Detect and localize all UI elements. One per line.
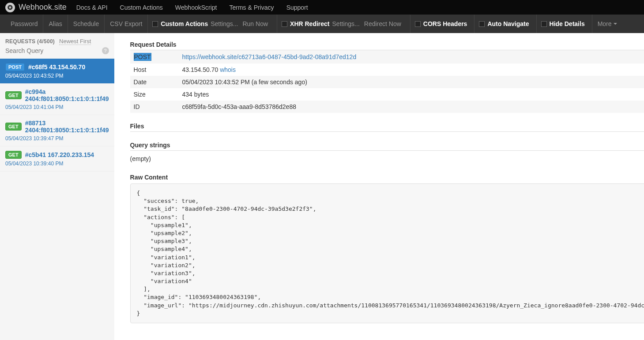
request-item[interactable]: GET#c5b41 167.220.233.15405/04/2023 10:3… <box>0 146 114 172</box>
query-strings-empty: (empty) <box>130 153 644 164</box>
raw-content-heading: Raw Content <box>130 174 644 181</box>
toolbar-item[interactable]: Alias <box>43 15 68 33</box>
sidebar: REQUESTS (4/500) Newest First ? POST#c68… <box>0 33 114 340</box>
toolbar-item[interactable]: CSV Export <box>105 15 148 33</box>
query-strings-heading: Query strings <box>130 142 644 149</box>
checkbox[interactable] <box>152 21 158 27</box>
toolbar-option[interactable]: Settings... <box>332 20 360 27</box>
toolbar-group-label[interactable]: CORS Headers <box>423 20 467 27</box>
search-input[interactable] <box>5 47 102 54</box>
requests-count: REQUESTS (4/500) <box>5 38 55 45</box>
whois-link[interactable]: whois <box>220 66 236 73</box>
toolbar-group-label[interactable]: Custom Actions <box>161 20 208 27</box>
toolbar-group: Hide Details <box>537 15 592 33</box>
toolbar-group: XHR RedirectSettings...Redirect Now <box>277 15 411 33</box>
checkbox[interactable] <box>479 21 485 27</box>
request-details-heading: Request Details <box>130 41 177 48</box>
method-badge: GET <box>5 123 22 131</box>
detail-table: POST https://webhook.site/c62713a6-0487-… <box>130 50 644 113</box>
brand-logo[interactable]: ✪ Webhook.site <box>5 3 67 12</box>
request-item[interactable]: GET#88713 2404:f801:8050:1:c1:0:1:1f4905… <box>0 115 114 146</box>
toolbar-group: Custom ActionsSettings...Run Now <box>148 15 277 33</box>
toolbar-group: Auto Navigate <box>475 15 536 33</box>
request-hash: #c68f5 43.154.50.70 <box>28 64 85 71</box>
help-icon[interactable]: ? <box>102 47 109 54</box>
logo-icon: ✪ <box>5 3 15 12</box>
sort-toggle[interactable]: Newest First <box>59 38 91 45</box>
nav-link[interactable]: WebhookScript <box>175 4 217 11</box>
request-timestamp: 05/04/2023 10:41:04 PM <box>5 104 109 110</box>
toolbar-item[interactable]: Schedule <box>68 15 105 33</box>
toolbar-option[interactable]: Run Now <box>242 20 268 27</box>
files-heading: Files <box>130 123 644 130</box>
method-badge: GET <box>5 91 22 99</box>
checkbox[interactable] <box>541 21 547 27</box>
request-item[interactable]: GET#c994a 2404:f801:8050:1:c1:0:1:1f4905… <box>0 84 114 115</box>
request-hash: #88713 2404:f801:8050:1:c1:0:1:1f49 <box>25 120 109 134</box>
nav-link[interactable]: Docs & API <box>76 4 108 11</box>
nav-link[interactable]: Custom Actions <box>120 4 163 11</box>
request-hash: #c994a 2404:f801:8050:1:c1:0:1:1f49 <box>25 88 109 102</box>
toolbar-option[interactable]: Settings... <box>211 20 238 27</box>
toolbar-option[interactable]: Redirect Now <box>364 20 401 27</box>
checkbox[interactable] <box>282 21 287 27</box>
toolbar-group-label[interactable]: Hide Details <box>550 20 585 27</box>
method-badge: GET <box>5 151 22 159</box>
main-content: Request Details Permalink Raw content Ex… <box>114 33 644 340</box>
toolbar-group: CORS Headers <box>411 15 475 33</box>
method-badge: POST <box>5 63 25 71</box>
toolbar-group-label[interactable]: Auto Navigate <box>487 20 529 27</box>
toolbar-group-label[interactable]: XHR Redirect <box>290 20 329 27</box>
more-dropdown[interactable]: More <box>592 20 622 27</box>
raw-content-body[interactable]: { "success": true, "task_id": "8aad0fe0-… <box>130 183 644 323</box>
navbar-sub: PasswordAliasScheduleCSV Export Custom A… <box>0 15 644 33</box>
navbar-top: ✪ Webhook.site Docs & APICustom ActionsW… <box>0 0 644 15</box>
request-timestamp: 05/04/2023 10:43:52 PM <box>5 73 109 79</box>
toolbar-item[interactable]: Password <box>5 15 43 33</box>
chevron-down-icon <box>614 23 617 25</box>
nav-link[interactable]: Terms & Privacy <box>230 4 274 11</box>
method-badge: POST <box>134 53 151 61</box>
request-timestamp: 05/04/2023 10:39:47 PM <box>5 135 109 142</box>
nav-link[interactable]: Support <box>286 4 308 11</box>
request-item[interactable]: POST#c68f5 43.154.50.7005/04/2023 10:43:… <box>0 59 114 84</box>
brand-text: Webhook.site <box>19 3 67 12</box>
checkbox[interactable] <box>415 21 421 27</box>
request-timestamp: 05/04/2023 10:39:40 PM <box>5 161 109 167</box>
request-url[interactable]: https://webhook.site/c62713a6-0487-45bd-… <box>182 53 357 60</box>
request-hash: #c5b41 167.220.233.154 <box>25 151 94 158</box>
